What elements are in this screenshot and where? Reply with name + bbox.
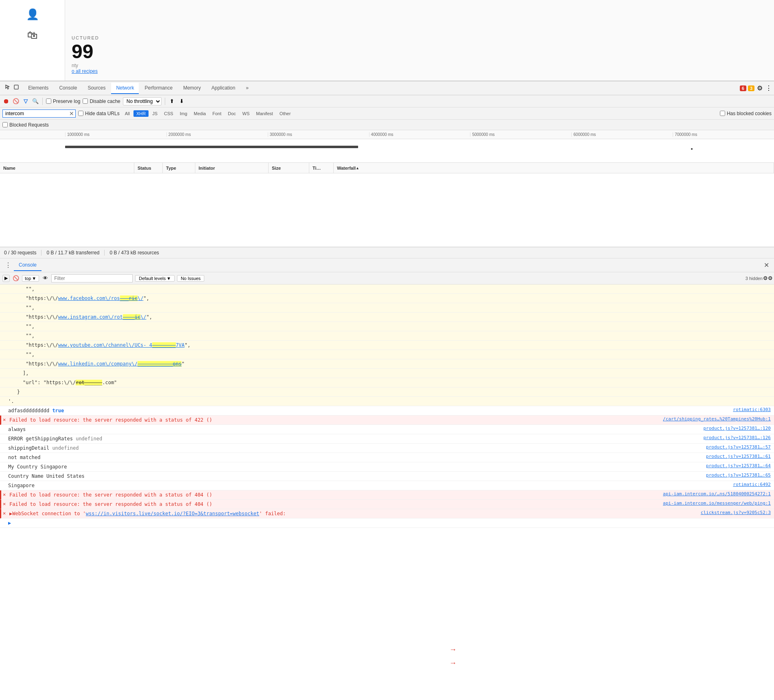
context-selector[interactable]: top ▼ bbox=[22, 275, 39, 282]
filter-img-button[interactable]: Img bbox=[177, 110, 190, 117]
ruler-mark-7: 7000000 ms bbox=[673, 132, 774, 137]
more-options-button[interactable]: ⋮ bbox=[765, 85, 772, 92]
console-filter-input[interactable] bbox=[51, 274, 133, 282]
console-line-9: ], bbox=[0, 369, 774, 378]
instagram-link[interactable]: www.instagram.com\/rot____ic\/ bbox=[58, 314, 146, 320]
throttle-select[interactable]: No throttling Fast 3G Slow 3G bbox=[123, 97, 162, 105]
console-source-17[interactable]: product.js?v=1257381…:57 bbox=[706, 444, 771, 450]
th-time-label: Ti… bbox=[313, 166, 321, 171]
search-button[interactable]: 🔍 bbox=[32, 98, 39, 105]
filter-type-group: All XHR JS CSS Img Media Font Doc WS Man… bbox=[122, 110, 294, 117]
console-source-18[interactable]: product.js?v=1257381…:61 bbox=[706, 454, 771, 459]
execute-button[interactable]: ▶ bbox=[2, 275, 10, 282]
tab-network[interactable]: Network bbox=[111, 83, 139, 94]
facebook-link[interactable]: www.facebook.com\/ros___ric\/ bbox=[58, 295, 144, 301]
tab-elements[interactable]: Elements bbox=[23, 83, 53, 94]
devtools-panel: Elements Console Sources Network Perform… bbox=[0, 81, 774, 700]
filter-css-button[interactable]: CSS bbox=[161, 110, 176, 117]
no-issues-button[interactable]: No Issues bbox=[177, 275, 204, 282]
blocked-requests-checkbox[interactable] bbox=[2, 122, 8, 127]
th-size[interactable]: Size bbox=[269, 163, 309, 173]
console-source-21[interactable]: rotimatic:6492 bbox=[733, 482, 771, 487]
console-source-24[interactable]: clickstream.js?v=9205c52:3 bbox=[701, 510, 771, 515]
websocket-link[interactable]: wss://in.visitors.live/socket.io/?EIO=3&… bbox=[86, 511, 259, 516]
filter-all-button[interactable]: All bbox=[122, 110, 133, 117]
console-source-20[interactable]: product.js?v=1257381…:65 bbox=[706, 472, 771, 478]
youtube-link[interactable]: www.youtube.com\/channel\/UCs- 4________… bbox=[58, 342, 185, 348]
filter-xhr-button[interactable]: XHR bbox=[133, 110, 149, 117]
app-layout: 👤 🛍 UCTURED 99 nty o all recipes → → bbox=[0, 0, 774, 700]
tab-pointer-icon[interactable] bbox=[2, 82, 22, 94]
filter-font-button[interactable]: Font bbox=[210, 110, 224, 117]
filter-manifest-button[interactable]: Manifest bbox=[253, 110, 276, 117]
settings-button[interactable]: ⚙ bbox=[756, 85, 763, 92]
filter-media-button[interactable]: Media bbox=[191, 110, 209, 117]
has-blocked-cookies-checkbox[interactable] bbox=[720, 111, 725, 116]
tab-memory[interactable]: Memory bbox=[178, 83, 206, 94]
log-levels-button[interactable]: Default levels ▼ bbox=[135, 275, 175, 282]
table-header: Name Status Type Initiator Size Ti… bbox=[0, 163, 774, 173]
stop-button[interactable]: 🚫 bbox=[12, 98, 20, 105]
console-source-13[interactable]: rotimatic:6303 bbox=[733, 407, 771, 412]
console-tab[interactable]: Console bbox=[14, 260, 42, 271]
record-button[interactable]: ⏺ bbox=[2, 98, 10, 105]
console-text-13: adfasddddddddd true bbox=[8, 407, 730, 414]
console-source-19[interactable]: product.js?v=1257381…:64 bbox=[706, 463, 771, 468]
eye-button[interactable]: 👁 bbox=[42, 275, 49, 282]
hide-data-urls-checkbox[interactable] bbox=[78, 111, 83, 116]
tab-application[interactable]: Application bbox=[207, 83, 241, 94]
console-settings-button[interactable]: ⚙ bbox=[764, 275, 772, 282]
filter-other-button[interactable]: Other bbox=[277, 110, 294, 117]
console-source-23[interactable]: api-iam.intercom.io/messenger/web/ping:1 bbox=[663, 501, 771, 506]
search-clear-button[interactable]: ✕ bbox=[69, 110, 74, 117]
console-text-11: } bbox=[8, 388, 771, 396]
blocked-requests-label[interactable]: Blocked Requests bbox=[2, 122, 49, 128]
tab-more[interactable]: » bbox=[241, 83, 254, 94]
filter-ws-button[interactable]: WS bbox=[240, 110, 253, 117]
red-arrow-2: → bbox=[449, 659, 457, 667]
all-recipes-link[interactable]: o all recipes bbox=[72, 68, 767, 74]
has-blocked-cookies-label: Has blocked cookies bbox=[727, 111, 772, 116]
console-line-1: "https:\/\/www.facebook.com\/ros___ric\/… bbox=[0, 294, 774, 303]
preserve-log-checkbox[interactable] bbox=[46, 98, 51, 104]
import-button[interactable]: ⬆ bbox=[168, 98, 176, 105]
disable-cache-checkbox-label[interactable]: Disable cache bbox=[83, 98, 120, 104]
console-source-15[interactable]: product.js?v=1257381…:120 bbox=[703, 426, 771, 431]
tab-sources[interactable]: Sources bbox=[83, 83, 110, 94]
filter-toggle-button[interactable]: ▽ bbox=[22, 98, 29, 105]
console-menu-button[interactable]: ⋮ bbox=[2, 260, 14, 271]
th-initiator[interactable]: Initiator bbox=[195, 163, 269, 173]
th-time[interactable]: Ti… bbox=[309, 163, 334, 173]
filter-js-button[interactable]: JS bbox=[149, 110, 160, 117]
tab-icons-area: 6 3 ⚙ ⋮ bbox=[740, 85, 772, 92]
export-button[interactable]: ⬇ bbox=[178, 98, 186, 105]
console-line-21: Singapore rotimatic:6492 bbox=[0, 481, 774, 490]
console-source-14[interactable]: /cart/shipping_rates…%20Tampines%20Hub:1 bbox=[663, 416, 771, 422]
th-type[interactable]: Type bbox=[163, 163, 195, 173]
console-output[interactable]: "", "https:\/\/www.facebook.com\/ros___r… bbox=[0, 284, 774, 700]
ruler-mark-5: 5000000 ms bbox=[470, 132, 571, 137]
tab-console[interactable]: Console bbox=[54, 83, 82, 94]
linkedin-link[interactable]: www.linkedin.com\/company\/____________o… bbox=[58, 361, 181, 367]
console-line-24: ✕ ▶WebSocket connection to 'wss://in.vis… bbox=[0, 509, 774, 518]
preserve-log-checkbox-label[interactable]: Preserve log bbox=[46, 98, 80, 104]
th-name[interactable]: Name bbox=[0, 163, 134, 173]
has-blocked-area: Has blocked cookies bbox=[720, 111, 772, 116]
disable-cache-checkbox[interactable] bbox=[83, 98, 88, 104]
hide-data-urls-label[interactable]: Hide data URLs bbox=[78, 111, 120, 116]
console-text-25: ▶ bbox=[8, 519, 771, 527]
console-clear-button[interactable]: 🚫 bbox=[12, 275, 20, 282]
th-status[interactable]: Status bbox=[134, 163, 163, 173]
user-icon[interactable]: 👤 bbox=[26, 8, 39, 21]
console-text-16: ERROR getShippingRates undefined bbox=[8, 435, 700, 442]
console-source-16[interactable]: product.js?v=1257381…:126 bbox=[703, 435, 771, 440]
console-source-22[interactable]: api-iam.intercom.io/…ns/51804000254272:1 bbox=[663, 491, 771, 497]
console-close-button[interactable]: ✕ bbox=[761, 260, 772, 271]
th-type-label: Type bbox=[166, 166, 176, 171]
filter-doc-button[interactable]: Doc bbox=[225, 110, 239, 117]
network-filter-input[interactable] bbox=[2, 109, 76, 118]
context-select-wrap: top ▼ bbox=[22, 275, 39, 282]
th-waterfall[interactable]: Waterfall bbox=[334, 163, 774, 173]
cart-icon[interactable]: 🛍 bbox=[27, 29, 38, 42]
tab-performance[interactable]: Performance bbox=[140, 83, 177, 94]
